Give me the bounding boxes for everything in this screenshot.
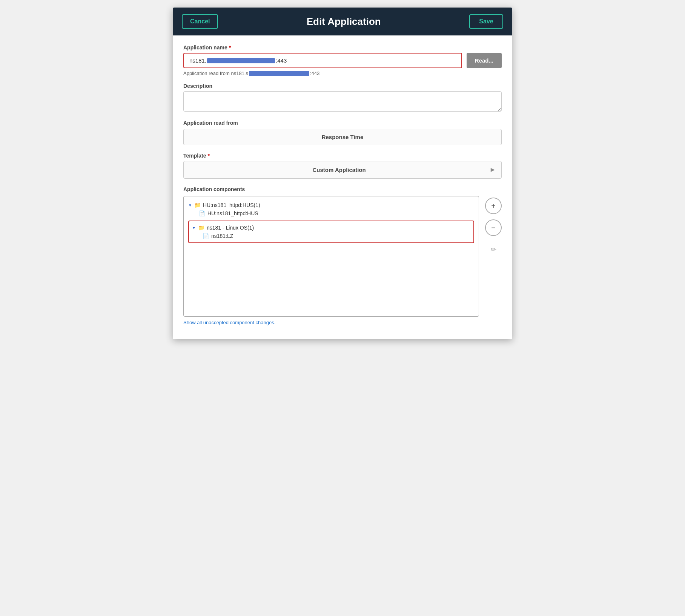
app-name-label: Application name * bbox=[183, 44, 502, 51]
remove-icon: − bbox=[491, 224, 496, 232]
response-time-bar[interactable]: Response Time bbox=[183, 129, 502, 145]
components-section: Application components ▼ 📁 HU:ns181_http… bbox=[183, 186, 502, 326]
show-changes-link[interactable]: Show all unaccepted component changes. bbox=[183, 320, 275, 325]
folder-icon-1: 📁 bbox=[194, 202, 201, 208]
save-button[interactable]: Save bbox=[469, 14, 503, 29]
folder-row-2[interactable]: ▼ 📁 ns181 - Linux OS(1) bbox=[192, 224, 470, 232]
app-name-field: Application name * ns181. :443 Read... A… bbox=[183, 44, 502, 76]
edit-component-button[interactable]: ✏ bbox=[485, 241, 502, 258]
cancel-button[interactable]: Cancel bbox=[182, 14, 218, 29]
expand-triangle-2: ▼ bbox=[192, 226, 196, 230]
app-name-display: ns181. :443 bbox=[189, 57, 456, 64]
app-read-from-section-label: Application read from bbox=[183, 120, 502, 126]
add-component-button[interactable]: + bbox=[485, 198, 502, 214]
page-title: Edit Application bbox=[218, 16, 469, 28]
tree-item-row-1[interactable]: 📄 HU:ns181_httpd:HUS bbox=[199, 209, 474, 218]
components-tree: ▼ 📁 HU:ns181_httpd:HUS(1) 📄 HU:ns181_htt… bbox=[183, 196, 479, 317]
file-icon-2: 📄 bbox=[203, 233, 209, 239]
app-read-from-section: Application read from Response Time bbox=[183, 120, 502, 145]
components-label: Application components bbox=[183, 186, 502, 192]
chevron-right-icon: ► bbox=[489, 166, 496, 174]
component-group-1: ▼ 📁 HU:ns181_httpd:HUS(1) 📄 HU:ns181_htt… bbox=[188, 201, 474, 218]
redacted-read-from bbox=[249, 71, 309, 76]
folder-label-2: ns181 - Linux OS(1) bbox=[207, 225, 254, 231]
add-icon: + bbox=[491, 202, 496, 210]
edit-icon: ✏ bbox=[491, 245, 496, 254]
expand-triangle-1: ▼ bbox=[188, 203, 192, 207]
file-icon-1: 📄 bbox=[199, 210, 205, 216]
template-value: Custom Application bbox=[189, 167, 489, 173]
modal-body: Application name * ns181. :443 Read... A… bbox=[173, 35, 512, 339]
folder-row-1[interactable]: ▼ 📁 HU:ns181_httpd:HUS(1) bbox=[188, 201, 474, 209]
app-name-input-wrapper[interactable]: ns181. :443 bbox=[183, 53, 462, 68]
edit-application-modal: Cancel Edit Application Save Application… bbox=[173, 8, 512, 339]
app-name-port: :443 bbox=[276, 57, 287, 64]
description-field: Description bbox=[183, 83, 502, 113]
template-selector[interactable]: Custom Application ► bbox=[183, 161, 502, 179]
required-indicator: * bbox=[229, 44, 231, 51]
template-label: Template * bbox=[183, 153, 502, 159]
tree-item-row-2[interactable]: 📄 ns181:LZ bbox=[203, 232, 470, 240]
template-required: * bbox=[207, 153, 209, 159]
item-label-1: HU:ns181_httpd:HUS bbox=[207, 210, 258, 216]
read-button[interactable]: Read... bbox=[467, 53, 502, 68]
item-label-2: ns181:LZ bbox=[211, 233, 233, 239]
redacted-hostname bbox=[207, 58, 275, 63]
app-name-prefix: ns181. bbox=[189, 57, 206, 64]
components-area: ▼ 📁 HU:ns181_httpd:HUS(1) 📄 HU:ns181_htt… bbox=[183, 196, 502, 317]
remove-component-button[interactable]: − bbox=[485, 219, 502, 236]
component-group-2-selected: ▼ 📁 ns181 - Linux OS(1) 📄 ns181:LZ bbox=[188, 221, 474, 243]
app-name-row: ns181. :443 Read... bbox=[183, 53, 502, 68]
template-section: Template * Custom Application ► bbox=[183, 153, 502, 179]
modal-header: Cancel Edit Application Save bbox=[173, 8, 512, 35]
description-label: Description bbox=[183, 83, 502, 89]
folder-label-1: HU:ns181_httpd:HUS(1) bbox=[203, 202, 260, 208]
description-input[interactable] bbox=[183, 91, 502, 112]
controls-sidebar: + − ✏ bbox=[485, 196, 502, 258]
app-read-from-text: Application read from ns181.s :443 bbox=[183, 70, 502, 76]
folder-icon-2: 📁 bbox=[198, 225, 204, 231]
